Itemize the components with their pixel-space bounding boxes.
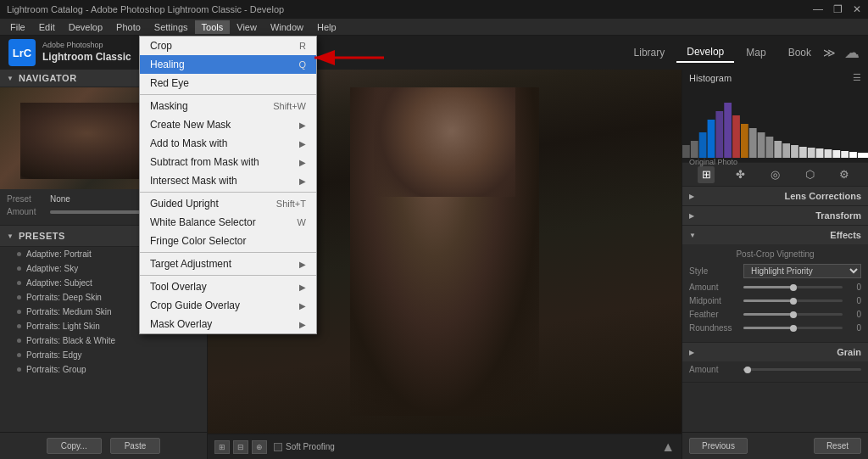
midpoint-val: 0 (846, 296, 861, 305)
menu-window[interactable]: Window (264, 20, 310, 34)
effects-midpoint-row: Midpoint 0 (689, 296, 861, 305)
nav-tabs: Library Develop Map Book ≫ ☁ (624, 42, 860, 63)
preset-dot-8 (17, 367, 21, 372)
menu-develop[interactable]: Develop (62, 20, 109, 34)
preset-item-6[interactable]: Portraits: Black & White (0, 333, 207, 348)
menu-item-intersect-mask-label: Intersect Mask with (150, 175, 237, 187)
menu-item-healing-label: Healing (150, 59, 185, 70)
midpoint-slider[interactable] (743, 299, 843, 302)
svg-rect-12 (782, 143, 790, 158)
svg-rect-20 (849, 152, 857, 158)
lens-corrections-header[interactable]: ▶ Lens Corrections (682, 187, 868, 205)
menu-item-guided-upright[interactable]: Guided Upright Shift+T (140, 194, 316, 213)
filmstrip-compare-icon[interactable]: ⊟ (233, 440, 248, 454)
menu-item-intersect-mask[interactable]: Intersect Mask with ▶ (140, 171, 316, 190)
mask-tool-icon[interactable]: ⬡ (801, 166, 818, 183)
menu-tools[interactable]: Tools (195, 20, 231, 34)
filmstrip-bar: ⊞ ⊟ ⊕ Soft Proofing ▲ (208, 434, 682, 459)
guided-upright-shortcut: Shift+T (276, 199, 306, 209)
roundness-label: Roundness (689, 323, 740, 333)
amount-slider[interactable] (743, 286, 843, 288)
filmstrip-zoom-icon[interactable]: ⊕ (252, 440, 267, 454)
style-select[interactable]: Highlight Priority (743, 264, 861, 278)
grain-header[interactable]: ▶ Grain (682, 343, 868, 361)
menu-item-masking[interactable]: Masking Shift+W (140, 97, 316, 115)
menu-item-masking-shortcut: Shift+W (273, 101, 306, 111)
menu-view[interactable]: View (230, 20, 264, 34)
brand-line1: Adobe Photoshop (42, 41, 131, 51)
svg-rect-0 (682, 145, 690, 158)
preset-dot-2 (17, 281, 21, 285)
brand-text: Adobe Photoshop Lightroom Classic (42, 41, 131, 64)
dropdown-divider-4 (140, 275, 316, 276)
svg-rect-5 (724, 103, 732, 158)
svg-rect-2 (699, 132, 707, 158)
effects-style-row: Style Highlight Priority (689, 264, 861, 278)
title-text: Lightroom Catalog - Adobe Photoshop Ligh… (7, 4, 284, 14)
maximize-button[interactable]: ❐ (833, 3, 843, 15)
tab-book[interactable]: Book (778, 43, 821, 62)
menu-item-target-adjustment[interactable]: Target Adjustment ▶ (140, 255, 316, 273)
crop-tool-icon[interactable]: ⊞ (698, 166, 715, 183)
menu-item-redeye[interactable]: Red Eye (140, 74, 316, 92)
settings-tool-icon[interactable]: ⚙ (836, 166, 853, 183)
header-bar: LrC Adobe Photoshop Lightroom Classic Li… (0, 36, 868, 70)
menu-item-crop[interactable]: Crop R (140, 36, 316, 55)
menu-item-tool-overlay-label: Tool Overlay (150, 281, 207, 293)
menu-settings[interactable]: Settings (147, 20, 195, 34)
feather-slider-fill (743, 313, 793, 316)
intersect-mask-arrow-icon: ▶ (299, 176, 306, 186)
reset-button[interactable]: Reset (814, 438, 861, 454)
filmstrip-grid-icon[interactable]: ⊞ (214, 440, 230, 454)
tab-library[interactable]: Library (624, 43, 676, 62)
tab-develop[interactable]: Develop (676, 42, 734, 63)
grain-amount-label: Amount (689, 365, 740, 374)
effects-roundness-row: Roundness 0 (689, 323, 861, 333)
menu-item-white-balance[interactable]: White Balance Selector W (140, 213, 316, 232)
redeye-tool-icon[interactable]: ◎ (766, 166, 783, 183)
transform-header[interactable]: ▶ Transform (682, 206, 868, 225)
effects-triangle-icon: ▼ (689, 232, 696, 239)
presets-title: Presets (19, 231, 65, 241)
feather-slider[interactable] (743, 313, 843, 316)
menu-item-fringe-color[interactable]: Fringe Color Selector (140, 232, 316, 250)
close-button[interactable]: ✕ (853, 3, 861, 15)
healing-tool-icon[interactable]: ✤ (732, 166, 749, 183)
tab-map[interactable]: Map (736, 43, 776, 62)
menu-help[interactable]: Help (310, 20, 343, 34)
menu-item-healing[interactable]: Healing Q (140, 55, 316, 74)
previous-button[interactable]: Previous (689, 438, 748, 454)
menu-item-add-mask[interactable]: Add to Mask with ▶ (140, 134, 316, 153)
roundness-slider[interactable] (743, 327, 843, 329)
menu-item-mask-overlay-label: Mask Overlay (150, 318, 212, 330)
minimize-button[interactable]: — (813, 3, 823, 15)
nav-more-icon[interactable]: ≫ (823, 46, 836, 59)
grain-section: ▶ Grain Amount (682, 343, 868, 383)
grain-amount-slider[interactable] (743, 368, 861, 371)
svg-rect-18 (832, 150, 840, 158)
effects-amount-row: Amount 0 (689, 283, 861, 292)
menu-photo[interactable]: Photo (109, 20, 147, 34)
svg-rect-1 (691, 141, 698, 158)
window-controls[interactable]: — ❐ ✕ (813, 3, 861, 15)
menu-item-mask-overlay[interactable]: Mask Overlay ▶ (140, 315, 316, 333)
preset-dot-7 (17, 353, 21, 357)
effects-feather-row: Feather 0 (689, 310, 861, 319)
svg-rect-11 (774, 141, 782, 158)
menu-edit[interactable]: Edit (32, 20, 62, 34)
svg-rect-17 (825, 149, 832, 158)
menu-item-create-mask[interactable]: Create New Mask ▶ (140, 115, 316, 134)
menu-item-crop-guide[interactable]: Crop Guide Overlay ▶ (140, 296, 316, 315)
menu-item-subtract-mask[interactable]: Subtract from Mask with ▶ (140, 153, 316, 171)
menu-item-tool-overlay[interactable]: Tool Overlay ▶ (140, 277, 316, 296)
preset-dot-5 (17, 324, 21, 328)
paste-button[interactable]: Paste (110, 438, 161, 454)
menu-file[interactable]: File (3, 20, 32, 34)
histogram-menu-icon[interactable]: ☰ (853, 72, 861, 83)
preset-item-7[interactable]: Portraits: Edgy (0, 348, 207, 362)
preset-item-8[interactable]: Portraits: Group (0, 362, 207, 377)
copy-button[interactable]: Copy... (47, 438, 102, 454)
filmstrip-expand-icon[interactable]: ▲ (661, 439, 675, 455)
soft-proofing-checkbox[interactable] (274, 443, 282, 451)
effects-header[interactable]: ▼ Effects (682, 226, 868, 244)
